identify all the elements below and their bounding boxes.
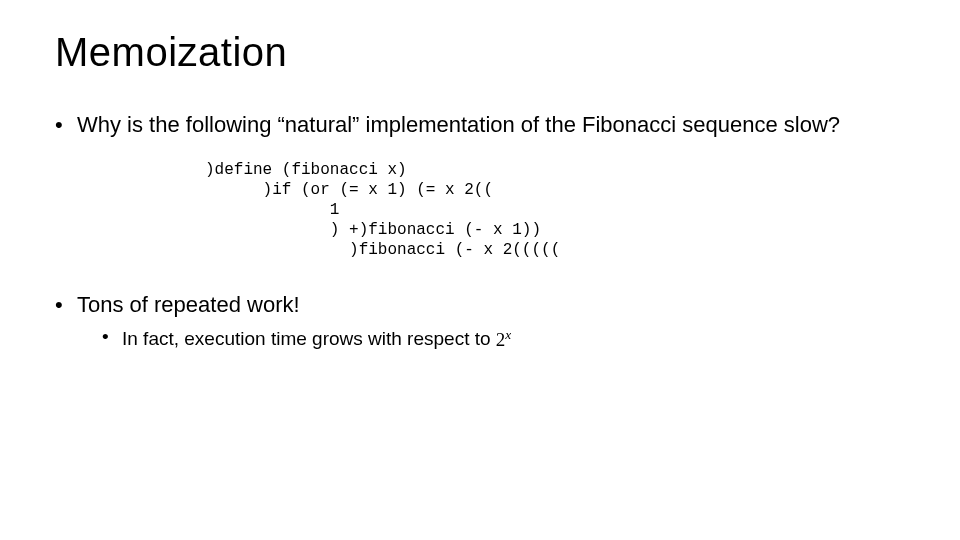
bullet-text-2: Tons of repeated work! xyxy=(77,292,300,317)
exponent-superscript: x xyxy=(505,326,511,341)
bullet-list-2: Tons of repeated work! In fact, executio… xyxy=(55,290,905,353)
sub-bullet-list: In fact, execution time grows with respe… xyxy=(102,325,905,352)
slide-title: Memoization xyxy=(55,30,905,75)
bullet-item-1: Why is the following “natural” implement… xyxy=(55,110,905,140)
bullet-text-1: Why is the following “natural” implement… xyxy=(77,112,840,137)
bullet-list: Why is the following “natural” implement… xyxy=(55,110,905,140)
bullet-item-2: Tons of repeated work! In fact, executio… xyxy=(55,290,905,353)
sub-bullet-item-1: In fact, execution time grows with respe… xyxy=(102,325,905,352)
exponent-expression: 2x xyxy=(496,329,511,350)
code-block: )define (fibonacci x) )if (or (= x 1) (=… xyxy=(205,160,905,260)
sub-bullet-text-1: In fact, execution time grows with respe… xyxy=(122,329,496,350)
slide: Memoization Why is the following “natura… xyxy=(0,0,960,540)
exponent-base: 2 xyxy=(496,329,506,350)
